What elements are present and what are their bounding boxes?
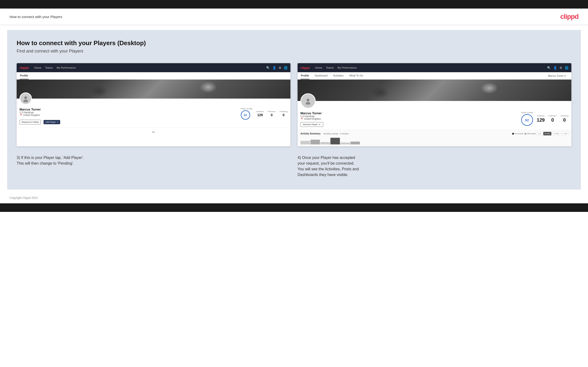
captions-row: 3) If this is your Player tap, 'Add Play… — [17, 155, 571, 178]
main-content: How to connect with your Players (Deskto… — [7, 30, 581, 190]
chart-bar-1 — [300, 141, 310, 144]
app-nav-left: clippd Home Teams My Performance 🔍 👤 ⚙ 🌐 — [17, 63, 290, 72]
avatar-left — [19, 92, 32, 105]
tab-bar-right: Profile Dashboard Activities What To On … — [298, 72, 571, 80]
location-pin-icon-right: 📍 — [300, 117, 303, 120]
svg-point-3 — [306, 102, 311, 105]
globe-icon-left[interactable]: 🌐 — [284, 66, 288, 70]
nav-logo-left: clippd — [19, 66, 28, 70]
tab-profile-left[interactable]: Profile — [19, 72, 28, 79]
tab-dashboard-right[interactable]: Dashboard — [314, 72, 328, 79]
chart-bar-2 — [311, 140, 320, 144]
nav-icons-right: 🔍 👤 ⚙ 🌐 — [547, 66, 569, 70]
header: How to connect with your Players clippd — [0, 8, 588, 25]
edit-icon-left[interactable]: ✏ — [152, 130, 155, 134]
search-icon-left[interactable]: 🔍 — [266, 66, 270, 70]
page-heading: How to connect with your Players (Deskto… — [17, 39, 571, 47]
activities-stat-right: Activities 129 — [537, 115, 545, 123]
profile-details-left: Marcus Turner 1-5 Handicap 📍 United King… — [19, 108, 288, 125]
stats-row-left: Player Quality 92 Activities 129 Followe… — [241, 108, 288, 120]
screenshots-row: clippd Home Teams My Performance 🔍 👤 ⚙ 🌐… — [17, 63, 571, 146]
avatar-right — [300, 93, 316, 108]
hero-image-left — [17, 80, 290, 99]
close-icon-remove: ✕ — [319, 123, 321, 126]
nav-teams-right[interactable]: Teams — [326, 66, 334, 69]
quality-stat-right: Player Quality 92 — [521, 111, 533, 126]
caption-text-right: 4) Once your Player has acceptedyour req… — [298, 155, 571, 178]
period-3mths-btn[interactable]: 3 mths — [552, 132, 560, 135]
footer: Copyright Clippd 2022 — [0, 194, 588, 203]
globe-icon-right[interactable]: 🌐 — [565, 66, 569, 70]
screenshot-left: clippd Home Teams My Performance 🔍 👤 ⚙ 🌐… — [17, 63, 290, 146]
search-icon-right[interactable]: 🔍 — [547, 66, 551, 70]
player-name-right: Marcus Turner — [300, 111, 516, 115]
followers-stat-right: Followers 0 — [548, 115, 557, 123]
settings-icon-right[interactable]: ⚙ — [560, 66, 562, 70]
nav-home-right[interactable]: Home — [315, 66, 322, 69]
quality-circle-right: 92 — [521, 114, 533, 126]
tab-what-to-on-right[interactable]: What To On — [349, 72, 363, 79]
settings-icon-left[interactable]: ⚙ — [278, 66, 281, 70]
oncourse-dot — [512, 133, 514, 135]
player-handicap-left: 1-5 Handicap — [19, 111, 236, 114]
period-6mths-btn[interactable]: 6 mths — [543, 132, 551, 135]
followers-stat-left: Followers 0 — [268, 110, 276, 117]
bottom-bar — [0, 203, 588, 212]
caption-right: 4) Once your Player has acceptedyour req… — [298, 155, 571, 178]
copyright-text: Copyright Clippd 2022 — [9, 196, 38, 200]
profile-hero-right — [298, 80, 571, 101]
svg-point-1 — [23, 100, 28, 102]
chevron-down-icon: ▾ — [564, 75, 566, 77]
svg-point-2 — [307, 99, 310, 101]
activity-header-right: Activity Summary Monthly Activity - 6 Mo… — [300, 132, 569, 135]
hero-image-right — [298, 80, 571, 101]
location-pin-icon-left: 📍 — [19, 114, 22, 117]
player-name-left: Marcus Turner — [19, 108, 236, 111]
period-1yr-btn[interactable]: 1 yr — [537, 132, 542, 135]
profile-hero-left — [17, 80, 290, 99]
following-stat-left: Following 0 — [279, 110, 288, 117]
activity-period-right: Monthly Activity - 6 Months — [323, 133, 349, 135]
player-location-left: 📍 United Kingdom — [19, 114, 236, 117]
tab-bar-left: Profile — [17, 72, 290, 80]
screenshot-right: clippd Home Teams My Performance 🔍 👤 ⚙ 🌐… — [298, 63, 571, 146]
follow-button-left[interactable]: Request to Follow — [19, 120, 41, 125]
nav-performance-right[interactable]: My Performance — [337, 66, 357, 69]
edit-section-left: ✏ — [17, 127, 290, 137]
activity-controls-right: On course Off course 1 yr 6 mths 3 mths … — [512, 132, 569, 135]
svg-point-0 — [24, 96, 27, 99]
stats-row-right: Player Quality 92 Activities 129 Followe… — [521, 111, 569, 126]
activity-section-right: Activity Summary Monthly Activity - 6 Mo… — [298, 130, 571, 146]
tab-activities-right[interactable]: Activities — [333, 72, 344, 79]
user-icon-left[interactable]: 👤 — [272, 66, 276, 70]
chart-bar-3 — [320, 142, 330, 144]
legend-offcourse: Off course — [525, 133, 536, 135]
clippd-logo: clippd — [560, 13, 579, 20]
chart-bar-6 — [350, 142, 360, 144]
nav-teams-left[interactable]: Teams — [45, 66, 53, 69]
profile-info-left: Marcus Turner 1-5 Handicap 📍 United King… — [17, 99, 290, 127]
player-handicap-right: 1-5 Handicap — [300, 115, 516, 117]
profile-info-right: Marcus Turner 1-5 Handicap 📍 United King… — [298, 101, 571, 130]
player-name-section-right: Marcus Turner 1-5 Handicap 📍 United King… — [300, 111, 516, 127]
nav-icons-left: 🔍 👤 ⚙ 🌐 — [266, 66, 288, 70]
user-icon-right[interactable]: 👤 — [553, 66, 557, 70]
header-title: How to connect with your Players — [9, 15, 62, 19]
tab-profile-right[interactable]: Profile — [300, 72, 310, 79]
legend-oncourse: On course — [512, 133, 524, 135]
period-1mth-btn[interactable]: 1 mth — [561, 132, 569, 135]
player-location-right: 📍 United Kingdom — [300, 117, 516, 120]
add-player-button-left[interactable]: Add Player + — [43, 120, 60, 124]
chart-bar-4 — [330, 138, 340, 144]
nav-home-left[interactable]: Home — [34, 66, 41, 69]
activities-stat-left: Activities 129 — [256, 110, 264, 117]
activity-chart — [300, 137, 569, 144]
activity-title-right: Activity Summary — [300, 132, 320, 135]
remove-player-button-right[interactable]: Remove Player ✕ — [300, 122, 323, 127]
caption-text-left: 3) If this is your Player tap, 'Add Play… — [17, 155, 290, 166]
nav-performance-left[interactable]: My Performance — [57, 66, 76, 69]
top-bar — [0, 0, 588, 8]
page-subheading: Find and connect with your Players — [17, 49, 571, 54]
player-selector-right[interactable]: Marcus Turner ▾ — [548, 75, 569, 77]
caption-left: 3) If this is your Player tap, 'Add Play… — [17, 155, 290, 178]
